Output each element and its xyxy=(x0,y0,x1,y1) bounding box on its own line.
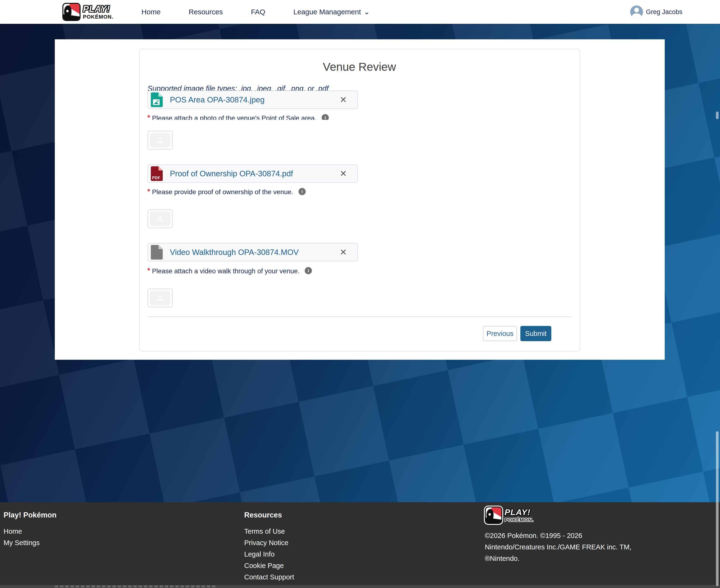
upload-icon xyxy=(156,136,164,144)
upload-icon xyxy=(156,215,164,223)
close-icon[interactable]: ✕ xyxy=(340,247,347,257)
pokeball-logo-icon xyxy=(62,3,81,21)
nav-item-league-management[interactable]: League Management ⌄ xyxy=(293,8,370,16)
attachment-link[interactable]: POS Area OPA-30874.jpeg xyxy=(170,95,264,104)
upload-icon xyxy=(156,294,164,302)
footer-link-legal-info[interactable]: Legal Info xyxy=(244,551,294,558)
attachment-row: Video Walkthrough OPA-30874.MOV ✕ xyxy=(147,243,358,261)
upload-button xyxy=(150,133,170,147)
required-asterisk: * xyxy=(147,188,150,195)
attachment-row: PDF Proof of Ownership OPA-30874.pdf ✕ xyxy=(147,164,358,183)
content-panel: Venue Review Supported image file types:… xyxy=(55,39,665,360)
user-menu[interactable]: Greg Jacobs xyxy=(630,0,682,24)
footer-heading: Resources xyxy=(244,511,294,519)
logo-play-text: PLAY! xyxy=(505,508,534,517)
footer-link-my-settings[interactable]: My Settings xyxy=(4,540,57,546)
submit-button[interactable]: Submit xyxy=(520,326,551,341)
file-icon xyxy=(151,245,163,260)
logo-pokemon-text: POKÉMON. xyxy=(83,14,113,20)
attachment-label: Please attach a photo of the venue's Poi… xyxy=(152,114,316,120)
info-icon[interactable]: i xyxy=(305,267,312,274)
nav-item-home[interactable]: Home xyxy=(142,8,161,16)
copyright-line: ®Nintendo. xyxy=(485,553,631,564)
form-divider xyxy=(147,316,571,317)
attachment-label: Please provide proof of ownership of the… xyxy=(152,188,293,196)
footer-column-legal: PLAY! POKÉMON. ©2026 Pokémon. ©1995 - 20… xyxy=(485,506,631,564)
pdf-file-icon: PDF xyxy=(151,166,163,181)
upload-dropzone[interactable] xyxy=(147,289,173,307)
scrollbar-thumb[interactable] xyxy=(716,111,719,119)
info-icon[interactable]: i xyxy=(322,114,329,120)
upload-dropzone[interactable] xyxy=(147,209,173,228)
upload-button xyxy=(150,212,170,226)
previous-button[interactable]: Previous xyxy=(483,326,517,341)
footer-link-terms-of-use[interactable]: Terms of Use xyxy=(244,528,294,535)
logo-play-text: PLAY! xyxy=(83,4,113,13)
footer-heading: Play! Pokémon xyxy=(4,511,57,519)
nav-links: Home Resources FAQ League Management ⌄ xyxy=(142,8,370,16)
form-actions: Previous Submit xyxy=(147,326,571,341)
close-icon[interactable]: ✕ xyxy=(340,95,347,105)
play-pokemon-logo[interactable]: PLAY! POKÉMON. xyxy=(62,3,113,21)
venue-review-card: Venue Review Supported image file types:… xyxy=(139,49,580,352)
page-title: Venue Review xyxy=(147,60,571,74)
chevron-down-icon: ⌄ xyxy=(364,10,370,14)
info-icon[interactable]: i xyxy=(298,188,306,195)
attachment-label-row: * Please attach a photo of the venue's P… xyxy=(147,114,571,120)
footer-link-cookie-page[interactable]: Cookie Page xyxy=(244,562,294,569)
user-name: Greg Jacobs xyxy=(646,8,682,16)
upload-button xyxy=(150,291,170,305)
pdf-icon-label: PDF xyxy=(151,176,162,180)
image-file-icon xyxy=(151,92,163,107)
attachment-link[interactable]: Proof of Ownership OPA-30874.pdf xyxy=(170,169,293,178)
footer-play-pokemon-logo: PLAY! POKÉMON. xyxy=(485,506,626,524)
nav-item-resources[interactable]: Resources xyxy=(189,8,223,16)
attachment-row: POS Area OPA-30874.jpeg ✕ xyxy=(147,90,358,109)
footer-link-home[interactable]: Home xyxy=(4,528,57,535)
footer-link-privacy-notice[interactable]: Privacy Notice xyxy=(244,540,294,546)
bottom-strip xyxy=(0,585,720,588)
footer-column-play-pokemon: Play! Pokémon Home My Settings xyxy=(4,511,57,551)
copyright-text: ©2026 Pokémon. ©1995 - 2026 Nintendo/Cre… xyxy=(485,530,631,564)
nav-item-faq[interactable]: FAQ xyxy=(251,8,265,16)
close-icon[interactable]: ✕ xyxy=(340,169,347,179)
footer: Play! Pokémon Home My Settings Resources… xyxy=(0,502,720,585)
required-asterisk: * xyxy=(147,114,150,120)
logo-pokemon-text: POKÉMON. xyxy=(505,518,534,523)
attachment-label-row: * Please provide proof of ownership of t… xyxy=(147,188,571,196)
upload-dropzone[interactable] xyxy=(147,131,173,150)
copyright-line: Nintendo/Creatures Inc./GAME FREAK inc. … xyxy=(485,541,631,553)
pokeball-logo-icon xyxy=(485,506,502,524)
top-navigation: PLAY! POKÉMON. Home Resources FAQ League… xyxy=(0,0,720,24)
required-asterisk: * xyxy=(147,267,150,274)
footer-column-resources: Resources Terms of Use Privacy Notice Le… xyxy=(244,511,294,585)
attachment-label-row: * Please attach a video walk through of … xyxy=(147,267,571,275)
league-management-label: League Management xyxy=(293,8,361,16)
attachment-link[interactable]: Video Walkthrough OPA-30874.MOV xyxy=(170,248,299,257)
copyright-line: ©2026 Pokémon. ©1995 - 2026 xyxy=(485,530,631,541)
page: PLAY! POKÉMON. Home Resources FAQ League… xyxy=(0,0,720,588)
user-avatar-icon xyxy=(630,5,643,18)
attachment-label: Please attach a video walk through of yo… xyxy=(152,267,300,275)
scrollbar-thumb[interactable] xyxy=(716,431,719,586)
footer-link-contact-support[interactable]: Contact Support xyxy=(244,574,294,581)
